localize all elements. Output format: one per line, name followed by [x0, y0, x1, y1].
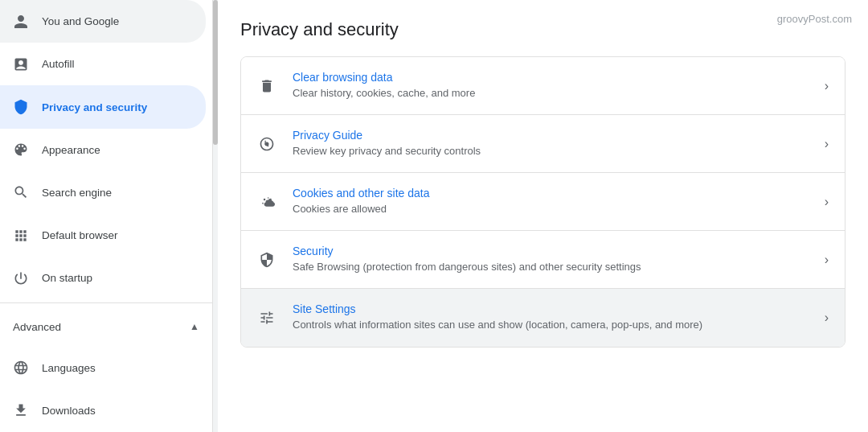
arrow-icon-clear: ›	[825, 79, 829, 93]
arrow-icon-security: ›	[825, 253, 829, 267]
sidebar-divider	[0, 302, 212, 303]
settings-item-desc-clear: Clear history, cookies, cache, and more	[293, 86, 809, 101]
settings-item-content-site-settings: Site Settings Controls what information …	[293, 302, 809, 332]
settings-item-cookies[interactable]: Cookies and other site data Cookies are …	[241, 173, 845, 231]
svg-point-2	[268, 197, 269, 199]
sidebar-label-appearance: Appearance	[42, 144, 100, 156]
settings-item-title-site-settings: Site Settings	[293, 302, 809, 315]
advanced-label: Advanced	[13, 321, 61, 333]
svg-point-3	[262, 202, 264, 204]
window-icon	[13, 228, 29, 244]
settings-item-clear-browsing-data[interactable]: Clear browsing data Clear history, cooki…	[241, 57, 845, 115]
settings-item-content-privacy-guide: Privacy Guide Review key privacy and sec…	[293, 129, 809, 158]
settings-item-desc-cookies: Cookies are allowed	[293, 202, 809, 216]
sidebar: You and Google Autofill Privacy and secu…	[0, 0, 213, 432]
sidebar-item-default-browser[interactable]: Default browser	[0, 214, 206, 257]
watermark: groovyPost.com	[777, 13, 852, 25]
sidebar-label-autofill: Autofill	[42, 58, 75, 70]
settings-item-security[interactable]: Security Safe Browsing (protection from …	[241, 231, 845, 289]
settings-item-privacy-guide[interactable]: Privacy Guide Review key privacy and sec…	[241, 115, 845, 173]
sidebar-label-search-engine: Search engine	[42, 187, 112, 199]
svg-point-0	[265, 142, 269, 146]
settings-item-desc-privacy-guide: Review key privacy and security controls	[293, 144, 809, 158]
settings-item-content-cookies: Cookies and other site data Cookies are …	[293, 187, 809, 216]
sidebar-advanced-header[interactable]: Advanced ▲	[0, 307, 212, 346]
sidebar-item-search-engine[interactable]: Search engine	[0, 171, 206, 214]
sidebar-item-privacy-security[interactable]: Privacy and security	[0, 85, 206, 128]
page-title: Privacy and security	[240, 19, 845, 40]
svg-point-1	[264, 198, 266, 200]
settings-item-title-privacy-guide: Privacy Guide	[293, 129, 809, 142]
sidebar-item-appearance[interactable]: Appearance	[0, 129, 206, 171]
sidebar-item-you-google[interactable]: You and Google	[0, 0, 206, 43]
power-icon	[13, 270, 29, 286]
settings-item-content-clear: Clear browsing data Clear history, cooki…	[293, 71, 809, 101]
chevron-up-icon: ▲	[190, 321, 199, 332]
delete-icon	[257, 76, 276, 96]
arrow-icon-privacy-guide: ›	[825, 137, 829, 151]
settings-item-title-cookies: Cookies and other site data	[293, 187, 809, 200]
settings-item-title-clear: Clear browsing data	[293, 71, 809, 84]
palette-icon	[13, 142, 29, 158]
sidebar-label-on-startup: On startup	[42, 272, 92, 284]
cookie-icon	[257, 192, 276, 212]
arrow-icon-cookies: ›	[825, 195, 829, 209]
compass-icon	[257, 134, 276, 154]
arrow-icon-site-settings: ›	[825, 311, 829, 325]
settings-item-desc-site-settings: Controls what information sites can use …	[293, 318, 809, 332]
settings-item-desc-security: Safe Browsing (protection from dangerous…	[293, 260, 809, 274]
sidebar-item-languages[interactable]: Languages	[0, 347, 206, 389]
sidebar-label-languages: Languages	[42, 362, 96, 374]
sidebar-label-you-google: You and Google	[42, 15, 119, 27]
sidebar-item-downloads[interactable]: Downloads	[0, 389, 206, 432]
settings-item-site-settings[interactable]: Site Settings Controls what information …	[241, 289, 845, 347]
settings-item-content-security: Security Safe Browsing (protection from …	[293, 245, 809, 274]
main-content: groovyPost.com Privacy and security Clea…	[218, 0, 868, 432]
sidebar-item-autofill[interactable]: Autofill	[0, 43, 206, 85]
assignment-icon	[13, 56, 29, 72]
settings-item-title-security: Security	[293, 245, 809, 257]
sidebar-label-downloads: Downloads	[42, 405, 96, 417]
sidebar-label-default-browser: Default browser	[42, 229, 118, 241]
sidebar-item-on-startup[interactable]: On startup	[0, 257, 206, 299]
download-icon	[13, 402, 29, 418]
person-icon	[13, 14, 29, 30]
shield-icon	[13, 99, 29, 115]
security-shield-icon	[257, 250, 276, 269]
settings-list: Clear browsing data Clear history, cooki…	[240, 56, 845, 348]
search-icon	[13, 184, 29, 200]
sliders-icon	[257, 308, 276, 327]
sidebar-label-privacy-security: Privacy and security	[42, 101, 147, 113]
globe-icon	[13, 360, 29, 376]
